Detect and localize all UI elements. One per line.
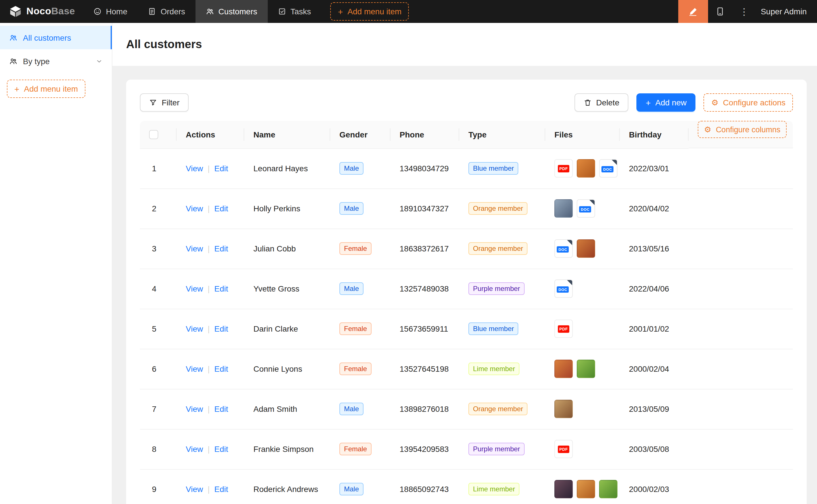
configure-columns-label: Configure columns [716, 125, 780, 134]
more-menu-button[interactable]: ⋮ [732, 0, 756, 23]
table-body: 1 View|Edit Leonard Hayes Male 134980347… [140, 148, 793, 504]
view-link[interactable]: View [186, 164, 203, 173]
view-link[interactable]: View [186, 244, 203, 253]
page-title: All customers [126, 38, 202, 51]
edit-link[interactable]: Edit [214, 364, 228, 373]
type-tag: Orange member [468, 242, 528, 255]
files-cell: DOC [554, 279, 610, 298]
add-menu-item-label: Add menu item [24, 84, 78, 93]
action-separator: | [208, 244, 210, 253]
customer-name: Darin Clarke [244, 309, 330, 349]
file-thumbnail-image-plums[interactable] [554, 480, 573, 498]
file-thumbnail-image-pizza[interactable] [577, 239, 595, 258]
delete-button[interactable]: Delete [574, 93, 629, 112]
add-new-button[interactable]: + Add new [637, 93, 696, 112]
edit-link[interactable]: Edit [214, 244, 228, 253]
file-thumbnail-image-crowd[interactable] [554, 199, 573, 218]
filter-icon [149, 99, 157, 107]
action-separator: | [208, 364, 210, 373]
file-thumbnail-doc[interactable]: DOC [577, 199, 595, 218]
home-icon [93, 7, 101, 15]
files-cell [554, 360, 610, 378]
customer-name: Connie Lyons [244, 349, 330, 389]
view-link[interactable]: View [186, 204, 203, 213]
nav-item-tasks[interactable]: Tasks [268, 0, 321, 23]
customer-birthday: 2020/04/02 [620, 188, 689, 229]
file-thumbnail-image-oranges[interactable] [577, 480, 595, 498]
customer-birthday: 2000/02/04 [620, 349, 689, 389]
edit-link[interactable]: Edit [214, 284, 228, 293]
tasks-icon [278, 7, 286, 15]
ui-editor-button[interactable] [678, 0, 708, 23]
customers-icon [206, 7, 214, 15]
edit-link[interactable]: Edit [214, 324, 228, 333]
filter-button[interactable]: Filter [140, 93, 188, 112]
row-index: 7 [149, 404, 156, 414]
nocobase-logo[interactable]: NocoBase [0, 0, 83, 23]
file-thumbnail-image-carrots[interactable] [577, 159, 595, 178]
sidebar-add-menu-item-button[interactable]: + Add menu item [7, 80, 85, 98]
type-tag: Lime member [468, 363, 520, 375]
file-thumbnail-pdf[interactable]: PDF [554, 320, 573, 338]
configure-actions-button[interactable]: ⚙ Configure actions [704, 93, 793, 112]
customer-phone: 13898276018 [390, 389, 459, 429]
customer-birthday: 2022/03/01 [620, 148, 689, 188]
files-cell: PDF [554, 440, 610, 458]
file-thumbnail-image-snack[interactable] [554, 400, 573, 418]
view-link[interactable]: View [186, 284, 203, 293]
row-index: 4 [149, 284, 156, 293]
topbar-add-menu-item-button[interactable]: + Add menu item [331, 2, 409, 21]
nav-label: Customers [219, 7, 257, 16]
gender-tag: Female [339, 242, 372, 255]
gender-tag: Male [339, 483, 364, 495]
gender-tag: Male [339, 162, 364, 175]
file-thumbnail-pdf[interactable]: PDF [554, 159, 573, 178]
sidebar-item-by-type[interactable]: By type [0, 49, 112, 73]
edit-link[interactable]: Edit [214, 444, 228, 454]
configure-columns-button[interactable]: ⚙ Configure columns [698, 121, 787, 138]
file-thumbnail-doc[interactable]: DOC [554, 279, 573, 298]
nav-item-home[interactable]: Home [83, 0, 138, 23]
nav-item-customers[interactable]: Customers [195, 0, 268, 23]
file-thumbnail-doc[interactable]: DOC [599, 159, 618, 178]
view-link[interactable]: View [186, 444, 203, 454]
view-link[interactable]: View [186, 324, 203, 333]
file-thumbnail-image-peppers[interactable] [554, 360, 573, 378]
customer-phone: 13954209583 [390, 429, 459, 469]
table-row: 2 View|Edit Holly Perkins Male 189103473… [140, 188, 793, 229]
type-tag: Orange member [468, 403, 528, 415]
column-header-actions: Actions [176, 121, 244, 148]
view-link[interactable]: View [186, 485, 203, 494]
page-header: All customers [112, 23, 817, 66]
tablet-icon [716, 7, 725, 16]
topbar: NocoBase Home Orders [0, 0, 817, 23]
top-navigation: Home Orders Customers Tasks [83, 0, 409, 23]
plus-icon: + [646, 98, 651, 107]
mobile-preview-button[interactable] [708, 0, 732, 23]
file-thumbnail-pdf[interactable]: PDF [554, 440, 573, 458]
edit-link[interactable]: Edit [214, 164, 228, 173]
edit-link[interactable]: Edit [214, 485, 228, 494]
edit-link[interactable]: Edit [214, 404, 228, 414]
file-thumbnail-image-lettuce[interactable] [577, 360, 595, 378]
customer-phone: 15673659911 [390, 309, 459, 349]
sidebar-item-all-customers[interactable]: All customers [0, 26, 112, 49]
orders-icon [148, 7, 156, 15]
file-thumbnail-image-lettuce[interactable] [599, 480, 618, 498]
customer-birthday: 2000/02/03 [620, 469, 689, 504]
table-row: 1 View|Edit Leonard Hayes Male 134980347… [140, 148, 793, 188]
customer-birthday: 2013/05/16 [620, 229, 689, 269]
user-menu[interactable]: Super Admin [756, 0, 817, 23]
filter-label: Filter [162, 98, 179, 107]
row-index: 3 [149, 244, 156, 253]
view-link[interactable]: View [186, 404, 203, 414]
edit-link[interactable]: Edit [214, 204, 228, 213]
select-all-checkbox[interactable] [149, 130, 158, 139]
table-header-row: Actions Name Gender Phone Type Files Bir… [140, 121, 793, 148]
delete-label: Delete [596, 98, 620, 107]
type-tag: Purple member [468, 443, 525, 455]
file-thumbnail-doc[interactable]: DOC [554, 239, 573, 258]
view-link[interactable]: View [186, 364, 203, 373]
customer-name: Adam Smith [244, 389, 330, 429]
nav-item-orders[interactable]: Orders [137, 0, 195, 23]
